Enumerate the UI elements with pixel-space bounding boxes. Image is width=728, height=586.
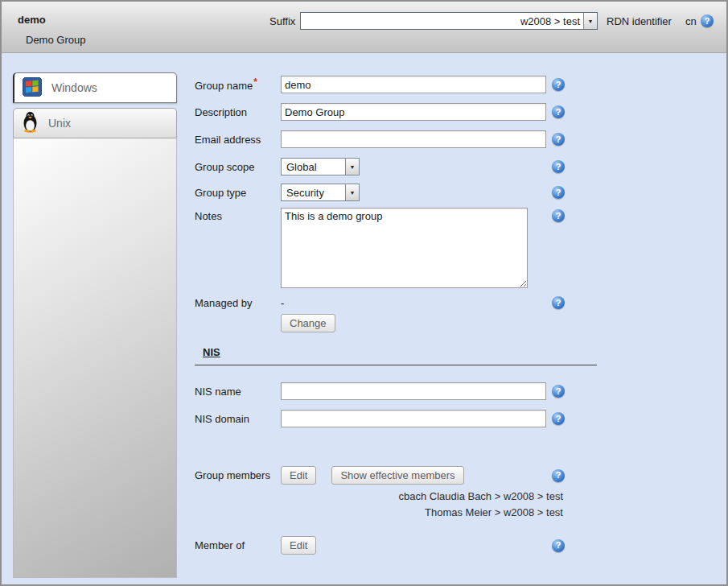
nis-name-label: NIS name — [195, 386, 281, 398]
rdn-identifier-value: cn — [685, 15, 697, 27]
group-member-item: Thomas Meier > w2008 > test — [195, 506, 563, 518]
show-effective-members-button[interactable]: Show effective members — [331, 466, 463, 485]
description-help-icon[interactable]: ? — [552, 105, 565, 118]
nis-domain-label: NIS domain — [195, 413, 281, 425]
group-member-item: cbach Claudia Bach > w2008 > test — [195, 490, 563, 502]
linux-tux-icon — [22, 111, 39, 135]
member-of-row: Member of Edit ? — [195, 536, 563, 555]
notes-label: Notes — [195, 208, 281, 222]
chevron-down-icon[interactable]: ▼ — [345, 184, 359, 200]
group-name-help-icon[interactable]: ? — [552, 78, 565, 91]
email-label: Email address — [195, 134, 281, 146]
description-input[interactable] — [281, 103, 546, 121]
group-scope-value: Global — [282, 161, 345, 173]
member-of-label: Member of — [195, 539, 281, 551]
group-scope-select[interactable]: Global ▼ — [281, 158, 360, 175]
member-of-help-icon[interactable]: ? — [552, 539, 565, 552]
page-subtitle: Demo Group — [26, 34, 85, 46]
tab-unix[interactable]: Unix — [13, 108, 177, 138]
notes-help-icon[interactable]: ? — [552, 209, 565, 222]
group-scope-help-icon[interactable]: ? — [552, 160, 565, 173]
managed-by-row: Managed by - ? — [195, 296, 563, 309]
windows-logo-icon — [23, 77, 42, 99]
nis-name-help-icon[interactable]: ? — [552, 385, 565, 398]
page-title: demo — [18, 14, 46, 26]
group-form: Group name* ? Description ? Email addres… — [195, 2, 601, 584]
change-button[interactable]: Change — [281, 314, 335, 332]
nis-name-row: NIS name ? — [195, 382, 563, 400]
group-type-value: Security — [282, 187, 345, 199]
email-help-icon[interactable]: ? — [552, 133, 565, 146]
managed-by-label: Managed by — [195, 297, 281, 309]
tab-windows[interactable]: Windows — [13, 72, 177, 103]
nis-domain-row: NIS domain ? — [195, 410, 563, 427]
rdn-help-icon[interactable]: ? — [701, 14, 714, 27]
member-of-edit-button[interactable]: Edit — [281, 536, 316, 555]
nis-section-heading: NIS — [195, 346, 597, 365]
chevron-down-icon[interactable]: ▼ — [345, 159, 359, 175]
email-row: Email address ? — [195, 130, 563, 148]
required-asterisk: * — [253, 76, 257, 88]
group-type-label: Group type — [195, 187, 281, 199]
tab-unix-label: Unix — [48, 117, 71, 130]
notes-row: Notes This is a demo group ? — [195, 208, 563, 288]
nis-domain-input[interactable] — [281, 410, 546, 427]
group-members-row: Group members Edit Show effective member… — [195, 466, 563, 485]
email-input[interactable] — [281, 130, 546, 148]
group-members-edit-button[interactable]: Edit — [281, 466, 316, 485]
group-scope-label: Group scope — [195, 161, 281, 173]
notes-textarea[interactable]: This is a demo group — [281, 208, 528, 288]
description-row: Description ? — [195, 103, 563, 121]
managed-by-value: - — [281, 297, 284, 309]
sidebar-panel — [13, 138, 177, 578]
group-type-row: Group type Security ▼ ? — [195, 184, 563, 201]
group-name-label: Group name* — [195, 76, 281, 92]
nis-name-input[interactable] — [281, 382, 546, 400]
tab-windows-label: Windows — [51, 81, 97, 94]
group-type-select[interactable]: Security ▼ — [281, 184, 360, 201]
group-members-help-icon[interactable]: ? — [552, 469, 565, 482]
managed-by-help-icon[interactable]: ? — [552, 296, 565, 309]
nis-domain-help-icon[interactable]: ? — [552, 412, 565, 425]
description-label: Description — [195, 106, 281, 118]
group-name-row: Group name* ? — [195, 76, 563, 93]
group-type-help-icon[interactable]: ? — [552, 186, 565, 199]
rdn-identifier-label: RDN identifier — [607, 15, 672, 27]
group-members-label: Group members — [195, 469, 281, 481]
group-edit-window: demo Demo Group Suffix w2008 > test ▼ RD… — [0, 0, 728, 586]
group-scope-row: Group scope Global ▼ ? — [195, 158, 563, 175]
managed-by-change-row: Change — [195, 314, 563, 332]
module-sidebar: Windows Unix — [13, 72, 177, 578]
group-name-input[interactable] — [281, 76, 546, 93]
